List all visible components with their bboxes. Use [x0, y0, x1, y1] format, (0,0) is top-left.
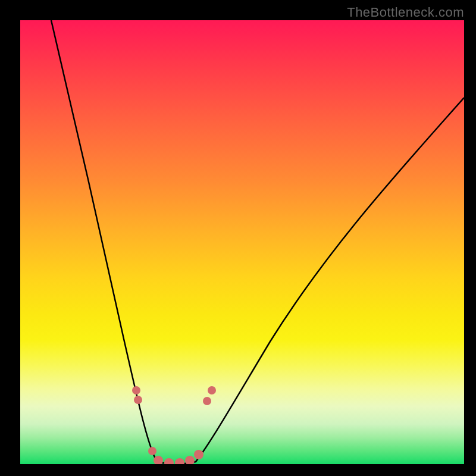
marker-dot [208, 386, 216, 394]
left-curve [51, 20, 169, 464]
marker-dot [185, 456, 195, 464]
marker-dot [164, 458, 174, 464]
marker-dot [203, 397, 211, 405]
marker-dot [134, 396, 142, 404]
marker-dot [175, 458, 184, 464]
watermark-text: TheBottleneck.com [347, 5, 464, 20]
plot-area [20, 20, 464, 464]
marker-dot [132, 386, 140, 394]
right-curve [181, 98, 464, 464]
curve-overlay [20, 20, 464, 464]
marker-dot [148, 447, 156, 455]
chart-container: TheBottleneck.com [0, 0, 476, 476]
marker-dot [194, 450, 203, 459]
